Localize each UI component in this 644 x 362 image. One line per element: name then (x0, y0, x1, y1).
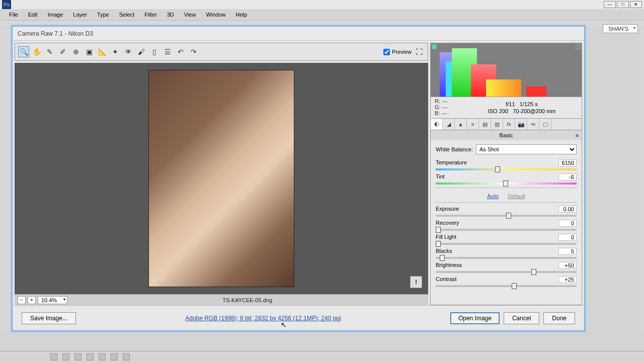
targeted-adjust-icon[interactable]: ⊕ (70, 46, 82, 57)
temperature-label: Temperature (436, 159, 467, 166)
exposure-label: Exposure (436, 206, 459, 213)
crop-tool-icon[interactable]: ▣ (84, 46, 95, 57)
menu-image[interactable]: Image (43, 10, 68, 19)
folder-icon[interactable] (99, 353, 106, 360)
straighten-tool-icon[interactable]: 📐 (97, 46, 108, 57)
brightness-value[interactable]: +50 (558, 262, 577, 269)
panel-title: Basic (430, 130, 582, 140)
menu-type[interactable]: Type (92, 10, 114, 19)
tab-basic[interactable]: ◐ (431, 119, 443, 130)
blacks-label: Blacks (436, 248, 452, 255)
zoom-in-button[interactable]: + (28, 296, 36, 304)
tab-fx[interactable]: fx (503, 119, 515, 130)
exposure-thumb[interactable] (506, 213, 511, 219)
menu-filter[interactable]: Filter (139, 10, 162, 19)
rotate-cw-icon[interactable]: ↷ (188, 46, 199, 57)
exposure-slider[interactable] (436, 215, 577, 217)
menu-3d[interactable]: 3D (162, 10, 179, 19)
blacks-thumb[interactable] (440, 255, 445, 261)
mask-icon[interactable] (74, 353, 82, 360)
dialog-title: Camera Raw 7.1 - Nikon D3 (13, 27, 584, 41)
minimize-button[interactable]: — (604, 1, 616, 8)
highlight-clip-icon[interactable] (576, 44, 581, 49)
exposure-value[interactable]: 0.00 (558, 206, 577, 213)
workflow-options-link[interactable]: Adobe RGB (1998); 8 bit; 2832 by 4256 (1… (185, 315, 341, 322)
ps-logo-icon: Ps (2, 0, 11, 9)
tab-lens[interactable]: ▥ (491, 119, 503, 130)
shadow-clip-icon[interactable] (432, 44, 437, 49)
tab-calib[interactable]: 📷 (515, 119, 527, 130)
done-button[interactable]: Done (543, 312, 575, 324)
open-image-button[interactable]: Open Image (450, 312, 500, 324)
auto-link[interactable]: Auto (487, 193, 499, 199)
recovery-label: Recovery (436, 220, 459, 227)
zoom-tool-icon[interactable]: 🔍 (18, 46, 29, 57)
brush-tool-icon[interactable]: 🖌 (136, 46, 147, 57)
recovery-value[interactable]: 0 (558, 220, 577, 227)
color-sampler-icon[interactable]: ✐ (57, 46, 68, 57)
maximize-button[interactable]: □ (617, 1, 629, 8)
recovery-thumb[interactable] (436, 227, 441, 233)
left-toolbar-collapsed (0, 29, 11, 331)
temperature-thumb[interactable] (495, 166, 500, 172)
temperature-slider[interactable] (436, 168, 577, 170)
rotate-ccw-icon[interactable]: ↶ (175, 46, 186, 57)
new-icon[interactable] (111, 353, 118, 360)
close-button[interactable]: ✕ (630, 1, 642, 8)
preview-canvas[interactable]: ! (15, 63, 428, 294)
graduated-filter-icon[interactable]: ▯ (149, 46, 160, 57)
warning-badge-icon[interactable]: ! (410, 276, 422, 288)
white-balance-tool-icon[interactable]: ✎ (44, 46, 55, 57)
trash-icon[interactable] (123, 353, 130, 360)
menu-window[interactable]: Window (201, 10, 230, 19)
histogram[interactable] (430, 43, 582, 97)
tab-snapshots[interactable]: ▢ (539, 119, 551, 130)
filllight-thumb[interactable] (436, 241, 441, 247)
preview-checkbox[interactable] (383, 49, 390, 55)
recovery-slider[interactable] (436, 229, 577, 231)
prefs-icon[interactable]: ☰ (162, 46, 173, 57)
dialog-footer: Save Image... Adobe RGB (1998); 8 bit; 2… (13, 305, 584, 330)
tab-split[interactable]: ▤ (479, 119, 491, 130)
red-eye-icon[interactable]: 👁 (123, 46, 134, 57)
cancel-button[interactable]: Cancel (504, 312, 539, 324)
tab-curve[interactable]: ◢ (443, 119, 455, 130)
default-link[interactable]: Default (508, 193, 525, 199)
zoom-out-button[interactable]: − (18, 296, 26, 304)
filllight-slider[interactable] (436, 243, 577, 245)
wb-dropdown[interactable]: As Shot (476, 144, 577, 154)
menu-help[interactable]: Help (231, 10, 253, 19)
menu-view[interactable]: View (179, 10, 201, 19)
filllight-value[interactable]: 0 (558, 234, 577, 241)
contrast-value[interactable]: +25 (558, 276, 577, 283)
tab-detail[interactable]: ▲ (455, 119, 467, 130)
temperature-value[interactable]: 6150 (558, 159, 577, 166)
tint-slider[interactable] (436, 183, 577, 185)
blacks-slider[interactable] (436, 257, 577, 259)
fx-icon[interactable] (62, 353, 69, 360)
brightness-slider[interactable] (436, 271, 577, 273)
save-image-button[interactable]: Save Image... (22, 312, 76, 324)
tab-presets[interactable]: ≔ (527, 119, 539, 130)
adjustment-icon[interactable] (87, 353, 94, 360)
menu-edit[interactable]: Edit (23, 10, 43, 19)
link-icon[interactable] (50, 353, 57, 360)
zoom-percent-dropdown[interactable]: 10.4% (38, 296, 67, 304)
blacks-value[interactable]: 5 (558, 248, 577, 255)
tint-value[interactable]: -6 (558, 173, 577, 180)
brightness-thumb[interactable] (531, 269, 536, 275)
menu-bar: FileEditImageLayerTypeSelectFilter3DView… (0, 9, 644, 20)
spot-removal-icon[interactable]: ✦ (110, 46, 121, 57)
fullscreen-icon[interactable]: ⛶ (414, 46, 425, 57)
preview-label: Preview (392, 49, 412, 55)
menu-file[interactable]: File (4, 10, 23, 19)
contrast-slider[interactable] (436, 285, 577, 287)
menu-select[interactable]: Select (114, 10, 140, 19)
photo-preview (148, 70, 294, 287)
menu-layer[interactable]: Layer (68, 10, 92, 19)
workspace-selector[interactable]: SHAN'S (603, 24, 638, 33)
tab-hsl[interactable]: ≡ (467, 119, 479, 130)
contrast-thumb[interactable] (512, 283, 517, 289)
tint-thumb[interactable] (503, 180, 508, 187)
hand-tool-icon[interactable]: ✋ (31, 46, 42, 57)
